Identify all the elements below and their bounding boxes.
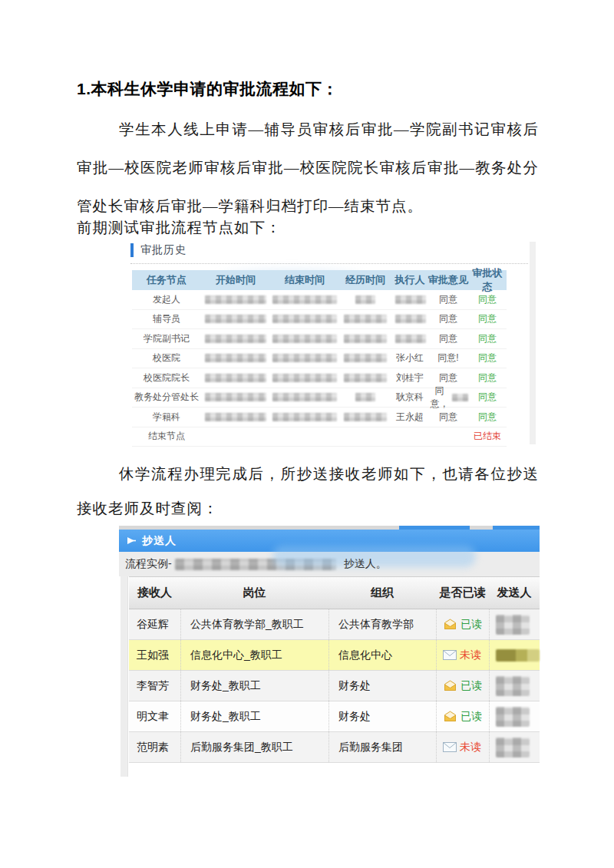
start-time-cell (201, 393, 270, 401)
read-status-label: 已读 (460, 618, 482, 632)
col-header-post: 岗位 (180, 586, 328, 600)
executor-name: 张小红 (396, 351, 424, 365)
approval-history-rows: 发起人 同意 同意 辅导员 同意 同意 学院副书记 同意 同意 校医院 张小红 … (132, 290, 507, 447)
redacted-elapsed (344, 374, 387, 382)
opinion-text: 同意 (439, 293, 457, 306)
task-node-cell: 教务处分管处长 (132, 391, 201, 404)
col-header-end-time: 结束时间 (270, 273, 339, 287)
opinion-cell: 同意 (428, 312, 468, 325)
unread-envelope-icon (443, 650, 457, 660)
executor-name: 耿京科 (396, 391, 424, 404)
left-gutter-strip (120, 576, 128, 777)
read-status-cell: 已读 (436, 671, 489, 701)
receiver-cell: 王如强 (129, 649, 180, 662)
read-status-label: 未读 (460, 741, 481, 754)
read-envelope-icon (443, 619, 457, 630)
col-header-task-node: 任务节点 (132, 273, 201, 287)
col-header-receiver: 接收人 (129, 586, 180, 600)
task-node-cell: 学籍科 (132, 411, 201, 424)
redacted-start-time (205, 335, 266, 343)
redacted-sender (496, 676, 530, 696)
executor-cell (391, 295, 428, 304)
sender-cell (489, 701, 540, 731)
post-cell: 财务处_教职工 (180, 701, 328, 731)
status-cell: 同意 (468, 411, 507, 424)
redacted-end-time (272, 393, 337, 401)
sender-cell (489, 640, 540, 670)
task-node-cell: 校医院 (132, 351, 201, 365)
task-node-cell: 辅导员 (132, 312, 201, 325)
approval-history-section-header: 审批历史 (130, 243, 187, 257)
sender-cell (489, 609, 540, 639)
org-cell: 财务处 (328, 671, 436, 701)
cc-panel-banner-label: 抄送人 (142, 534, 177, 548)
executor-cell: 王永超 (391, 411, 428, 424)
opinion-cell: 同意 (428, 371, 468, 384)
end-time-cell (270, 413, 339, 421)
org-cell: 财务处 (328, 701, 436, 731)
dotted-divider (130, 263, 528, 264)
redacted-elapsed (355, 295, 375, 304)
col-header-opinion: 审批意见 (428, 273, 468, 287)
instance-suffix-text: 抄送人。 (344, 557, 387, 571)
col-header-executor: 执行人 (391, 273, 428, 287)
doc-heading: 1.本科生休学申请的审批流程如下： (77, 78, 553, 100)
redacted-start-time (205, 315, 266, 323)
cc-panel-screenshot: 抄送人 流程实例- 抄送人。 接收人 岗位 组织 是否已读 发送人 谷延辉 公共… (119, 526, 540, 779)
opinion-cell: 同意， (428, 384, 468, 411)
col-header-sender: 发送人 (489, 586, 540, 600)
opinion-text: 同意， (428, 384, 451, 411)
opinion-text: 同意 (439, 312, 457, 325)
executor-name: 刘桂宇 (396, 371, 424, 384)
executor-cell: 刘桂宇 (391, 371, 428, 384)
approval-history-row: 学院副书记 同意 同意 (132, 329, 507, 349)
redacted-end-time (272, 335, 337, 343)
elapsed-cell (339, 315, 391, 323)
redacted-sender (496, 707, 530, 727)
start-time-cell (201, 315, 270, 323)
approval-history-header-row: 任务节点 开始时间 结束时间 经历时间 执行人 审批意见 审批状态 (132, 270, 507, 290)
executor-cell (391, 335, 428, 343)
approval-history-row: 校医院 张小红 同意! 同意 (132, 349, 507, 369)
redacted-elapsed (355, 393, 375, 401)
elapsed-cell (339, 374, 391, 382)
cc-row: 范明素 后勤服务集团_教职工 后勤服务集团 未读 (129, 732, 540, 763)
executor-cell (391, 315, 428, 323)
opinion-cell: 同意 (428, 293, 468, 306)
cc-header-row: 接收人 岗位 组织 是否已读 发送人 (129, 576, 540, 609)
instance-prefix-text: 流程实例- (125, 557, 172, 571)
org-cell: 公共体育教学部 (328, 609, 436, 639)
status-cell: 已结束 (468, 430, 507, 443)
redacted-sender (496, 738, 530, 757)
opinion-cell: 同意! (428, 351, 468, 365)
post-cell: 后勤服务集团_教职工 (180, 732, 328, 762)
status-cell: 同意 (468, 332, 507, 345)
opinion-cell: 同意 (428, 411, 468, 424)
redacted-start-time (205, 413, 266, 421)
cc-table: 接收人 岗位 组织 是否已读 发送人 谷延辉 公共体育教学部_教职工 公共体育教… (129, 576, 540, 763)
task-node-cell: 学院副书记 (132, 332, 201, 345)
start-time-cell (201, 335, 270, 343)
redacted-end-time (272, 315, 337, 323)
opinion-text: 同意 (439, 411, 457, 424)
approval-history-row: 发起人 同意 同意 (132, 290, 507, 310)
status-cell: 同意 (468, 312, 507, 325)
post-cell: 财务处_教职工 (180, 671, 328, 701)
receiver-cell: 谷延辉 (129, 618, 180, 632)
arrow-icon (127, 536, 137, 546)
opinion-text: 同意 (439, 332, 457, 345)
read-status-label: 已读 (460, 710, 482, 724)
redacted-elapsed (344, 315, 387, 323)
redacted-start-time (205, 374, 266, 382)
post-cell: 信息化中心_教职工 (180, 640, 328, 670)
redacted-elapsed (344, 413, 387, 421)
executor-cell: 张小红 (391, 351, 428, 365)
status-cell: 同意 (468, 391, 507, 404)
redacted-executor (395, 295, 426, 304)
read-status-cell: 未读 (436, 732, 489, 762)
col-header-read: 是否已读 (436, 586, 489, 600)
redacted-elapsed (344, 335, 387, 343)
redacted-start-time (205, 354, 266, 362)
doc-paragraph-approval-flow: 学生本人线上申请—辅导员审核后审批—学院副书记审核后审批—校医院老师审核后审批—… (77, 111, 539, 226)
status-cell: 同意 (468, 293, 507, 306)
